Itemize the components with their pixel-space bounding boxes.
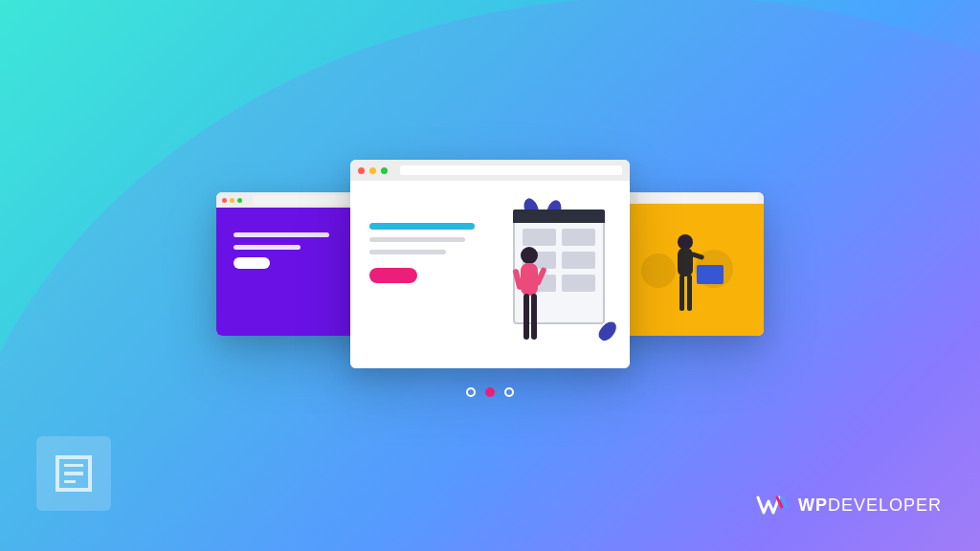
person-illustration-icon bbox=[509, 244, 549, 349]
window-dot-min-icon bbox=[230, 198, 234, 203]
svg-rect-3 bbox=[531, 294, 537, 340]
elementor-icon bbox=[36, 436, 111, 511]
svg-rect-8 bbox=[697, 265, 724, 284]
svg-point-9 bbox=[678, 234, 693, 250]
placeholder-line bbox=[369, 237, 465, 242]
svg-rect-10 bbox=[678, 248, 693, 276]
placeholder-heading bbox=[369, 223, 475, 230]
svg-rect-2 bbox=[523, 294, 529, 340]
window-dot-close-icon bbox=[222, 198, 227, 203]
carousel-pager bbox=[466, 387, 514, 397]
pager-dot-1[interactable] bbox=[485, 387, 495, 397]
slide-center-body bbox=[350, 181, 630, 368]
browser-toolbar bbox=[350, 160, 630, 181]
slide-center-text bbox=[369, 206, 484, 349]
placeholder-button bbox=[234, 257, 270, 269]
svg-point-0 bbox=[521, 247, 538, 264]
svg-point-6 bbox=[641, 253, 676, 288]
pager-dot-2[interactable] bbox=[504, 387, 514, 397]
placeholder-line bbox=[369, 250, 446, 254]
brand-name: WPDEVELOPER bbox=[798, 496, 942, 516]
svg-rect-1 bbox=[521, 263, 538, 296]
address-bar bbox=[400, 165, 622, 175]
pager-dot-0[interactable] bbox=[466, 387, 476, 397]
placeholder-line bbox=[234, 245, 301, 250]
svg-rect-11 bbox=[679, 275, 684, 311]
brand-name-bold: WP bbox=[798, 496, 828, 515]
window-dot-max-icon bbox=[237, 198, 242, 203]
placeholder-line bbox=[234, 232, 329, 237]
brand-name-regular: DEVELOPER bbox=[828, 496, 942, 515]
window-dot-close-icon bbox=[358, 167, 365, 174]
wpdeveloper-logo-icon bbox=[756, 494, 789, 517]
brand: WPDEVELOPER bbox=[756, 494, 942, 517]
svg-rect-12 bbox=[687, 275, 692, 311]
placeholder-cta-button bbox=[369, 268, 417, 283]
address-bar bbox=[637, 193, 758, 203]
slider-carousel bbox=[216, 160, 764, 368]
slide-center-illustration bbox=[498, 206, 611, 349]
slide-center[interactable] bbox=[350, 160, 630, 368]
window-dot-max-icon bbox=[381, 167, 388, 174]
window-dot-min-icon bbox=[369, 167, 376, 174]
